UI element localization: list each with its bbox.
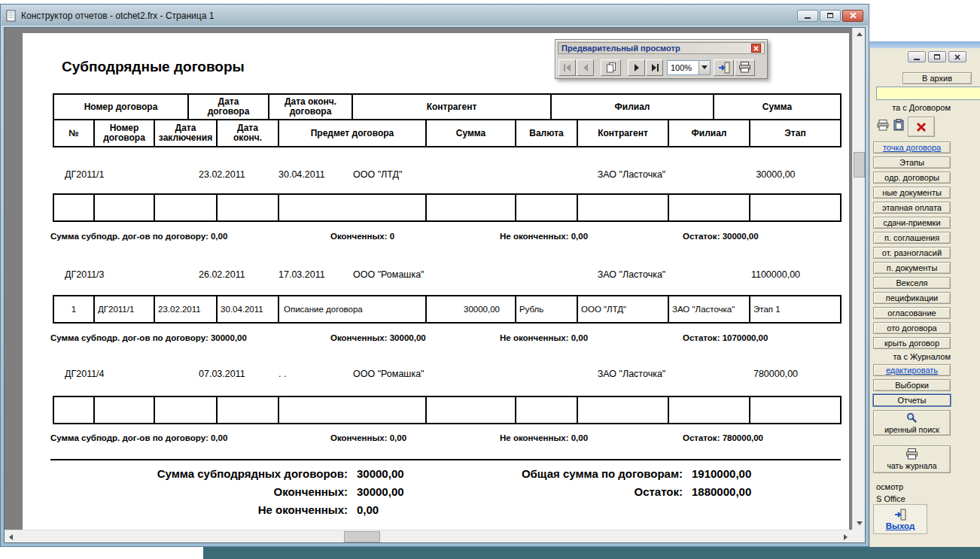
summary-finished: Оконченных: 30000,00	[330, 333, 426, 342]
exit-button[interactable]: Выход	[873, 504, 927, 534]
preview-toolbar: Предварительный просмотр	[555, 39, 768, 79]
close-contract-button[interactable]: крыть договор	[873, 337, 951, 349]
group-filial: ЗАО "Ласточка"	[550, 368, 713, 380]
group-summary-row: Сумма субподр. дог-ов по договору: 0,00 …	[23, 433, 849, 445]
contract-card-button[interactable]: точка договора	[873, 141, 951, 153]
summary-rest: Остаток: 780000,00	[683, 433, 763, 442]
window-title: Конструктор отчетов - otchet2.frx - Стра…	[21, 11, 214, 21]
journal-close-button[interactable]	[948, 51, 966, 62]
detail-cell	[578, 195, 669, 220]
preview-toolbar-close-button[interactable]	[751, 44, 761, 53]
scroll-up-button[interactable]	[853, 28, 866, 41]
detail-cell	[95, 397, 155, 423]
print-icon[interactable]	[876, 118, 890, 132]
summary-unfinished: Не оконченных: 0,00	[500, 232, 588, 241]
title-bar[interactable]: Конструктор отчетов - otchet2.frx - Стра…	[2, 5, 868, 26]
header-cell: Этап	[750, 120, 840, 146]
red-x-icon	[916, 122, 927, 132]
journal-restore-button[interactable]	[928, 51, 946, 62]
ms-office-option-label: S Office	[876, 494, 905, 503]
header-cell: Сумма	[714, 95, 840, 120]
first-page-button[interactable]	[558, 59, 576, 76]
scroll-down-button[interactable]	[853, 517, 866, 530]
detail-row	[53, 396, 842, 424]
group-date: 26.02.2011	[187, 269, 268, 281]
contract-number-field[interactable]	[876, 87, 980, 100]
group-header-row: ДГ2011/1 23.02.2011 30.04.2011 ООО "ЛТД"…	[53, 169, 842, 181]
detail-cell	[54, 397, 95, 423]
total-value: 0,00	[357, 503, 379, 516]
zoom-select[interactable]: 100%	[667, 60, 711, 75]
detail-cell	[669, 195, 750, 220]
scroll-right-button[interactable]	[839, 530, 852, 543]
group-date: 23.02.2011	[187, 169, 268, 181]
approval-button[interactable]: огласование	[873, 307, 951, 319]
close-preview-button[interactable]	[714, 59, 734, 76]
preview-toolbar-title: Предварительный просмотр	[562, 44, 680, 53]
header-cell: Номер договора	[54, 95, 189, 120]
selections-button[interactable]: Выборки	[873, 379, 951, 391]
pages-button[interactable]	[601, 59, 621, 76]
exit-label: Выход	[886, 521, 915, 530]
stage-payment-button[interactable]: этапная оплата	[873, 202, 951, 214]
vertical-scroll-thumb[interactable]	[854, 152, 865, 178]
totals-row: Оконченных: 30000,00 Остаток: 1880000,00	[23, 485, 849, 502]
detail-cell	[750, 195, 840, 220]
group-filial: ЗАО "Ласточка"	[550, 169, 713, 181]
group-date: 07.03.2011	[187, 368, 268, 380]
print-journal-label: чать журнала	[887, 461, 937, 470]
report-table-header: Номер договора Дата договора Дата оконч.…	[53, 93, 842, 147]
window-caption-buttons	[797, 10, 863, 22]
additional-agreements-button[interactable]: п. соглашения	[873, 232, 951, 244]
detail-cell	[516, 397, 578, 423]
total-label: Сумма субподрядных договоров:	[53, 467, 348, 480]
vertical-scrollbar[interactable]	[852, 28, 865, 530]
minimize-button[interactable]	[797, 10, 818, 22]
preview-toolbar-titlebar[interactable]: Предварительный просмотр	[558, 42, 765, 54]
group-contract-number: ДГ2011/1	[53, 169, 187, 181]
summary-subcontract-sum: Сумма субподр. дог-ов по договору: 0,00	[50, 232, 227, 241]
reports-button[interactable]: Отчеты	[873, 394, 951, 406]
report-page: Субподрядные договоры Номер договора Дат…	[23, 33, 849, 532]
print-journal-button[interactable]: чать журнала	[873, 445, 951, 473]
clipboard-icon[interactable]	[892, 118, 905, 132]
bills-button[interactable]: Векселя	[873, 277, 951, 289]
detail-cell: ЗАО "Ласточка"	[669, 296, 750, 322]
delete-button[interactable]	[908, 117, 935, 137]
group-filial: ЗАО "Ласточка"	[550, 269, 713, 281]
subcontract-agreements-button[interactable]: одр. договоры	[873, 172, 951, 184]
last-page-icon	[650, 64, 659, 71]
total-label: Не оконченных:	[53, 503, 348, 516]
stages-button[interactable]: Этапы	[873, 156, 951, 169]
horizontal-scroll-thumb[interactable]	[344, 531, 380, 542]
next-page-button[interactable]	[628, 59, 645, 76]
disagreement-protocols-button[interactable]: от. разногласий	[873, 247, 951, 259]
acceptance-acts-button[interactable]: сдачи-приемки	[873, 217, 951, 229]
contract-photo-button[interactable]: ото договора	[873, 322, 951, 334]
prev-page-button[interactable]	[577, 59, 594, 76]
detail-cell: Рубль	[516, 296, 578, 322]
specifications-button[interactable]: пецификации	[873, 292, 951, 304]
horizontal-scrollbar[interactable]	[5, 530, 852, 542]
summary-unfinished: Не оконченных: 0,00	[500, 333, 588, 342]
print-button[interactable]	[735, 59, 755, 76]
restore-button[interactable]	[820, 10, 841, 22]
exit-door-icon	[894, 509, 906, 521]
additional-documents-button[interactable]: п. документы	[873, 262, 951, 274]
last-page-button[interactable]	[646, 59, 663, 76]
preview-area: Субподрядные договоры Номер договора Дат…	[4, 27, 866, 543]
prev-page-icon	[581, 64, 590, 71]
zoom-dropdown-button[interactable]	[698, 61, 710, 74]
edit-button[interactable]: едактировать	[873, 364, 951, 376]
journal-titlebar[interactable]	[870, 41, 980, 48]
archive-button[interactable]: В архив	[902, 72, 972, 84]
scroll-left-button[interactable]	[5, 530, 17, 543]
advanced-search-button[interactable]: иренный поиск	[873, 410, 951, 436]
header-cell: Дата оконч.	[218, 120, 279, 146]
total-value: 30000,00	[357, 467, 404, 480]
journal-minimize-button[interactable]	[908, 51, 926, 62]
detail-cell: ООО "ЛТД"	[578, 296, 669, 322]
primary-documents-button[interactable]: ные документы	[873, 187, 951, 199]
close-button[interactable]	[842, 10, 863, 22]
close-icon	[753, 46, 759, 51]
